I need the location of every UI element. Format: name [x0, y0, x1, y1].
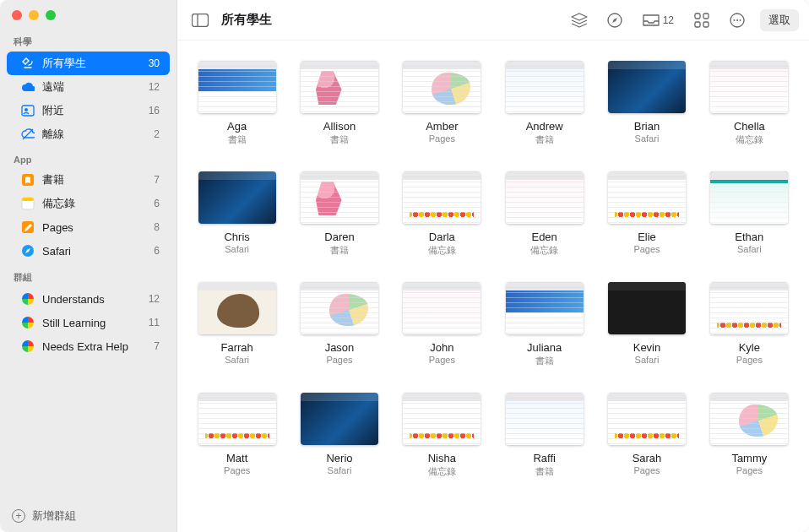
- student-tile[interactable]: Kyle Pages: [710, 282, 789, 367]
- sidebar-item-離線[interactable]: 離線 2: [7, 122, 170, 146]
- student-name: Eden: [531, 231, 557, 243]
- student-tile[interactable]: Amber Pages: [403, 61, 481, 146]
- inbox-button[interactable]: 12: [638, 8, 679, 32]
- student-name: Matt: [226, 452, 247, 464]
- pages-icon: [20, 220, 35, 235]
- screen-thumbnail: [198, 393, 276, 445]
- student-name: Raffi: [533, 452, 556, 464]
- inbox-count: 12: [663, 14, 674, 26]
- student-tile[interactable]: Sarah Pages: [607, 393, 686, 478]
- student-tile[interactable]: John Pages: [403, 282, 481, 367]
- student-tile[interactable]: Farrah Safari: [198, 282, 276, 367]
- student-name: Darla: [429, 231, 455, 243]
- student-tile[interactable]: Jason Pages: [300, 282, 378, 367]
- books-icon: [20, 172, 35, 187]
- page-title: 所有學生: [221, 12, 272, 28]
- student-tile[interactable]: Chris Safari: [198, 171, 276, 257]
- student-tile[interactable]: Darla 備忘錄: [403, 171, 481, 257]
- zoom-window-button[interactable]: [46, 10, 56, 20]
- student-app: 書籍: [330, 133, 349, 146]
- student-name: Sarah: [633, 452, 662, 464]
- sidebar-item-still-learning[interactable]: Still Learning 11: [7, 311, 170, 334]
- screen-thumbnail: [506, 61, 584, 113]
- sidebar-item-label: Safari: [42, 245, 147, 258]
- student-tile[interactable]: Kevin Safari: [607, 282, 686, 367]
- sidebar-item-label: Pages: [42, 221, 147, 234]
- student-tile[interactable]: Allison 書籍: [300, 61, 378, 146]
- student-tile[interactable]: Nerio Safari: [300, 393, 378, 478]
- layers-button[interactable]: [567, 8, 592, 32]
- student-tile[interactable]: Elie Pages: [607, 171, 686, 257]
- sidebar-toggle-button[interactable]: [187, 8, 213, 32]
- add-group-label: 新增群組: [32, 508, 76, 524]
- toolbar: 所有學生 12 選取: [177, 0, 809, 41]
- screen-thumbnail: [301, 282, 378, 334]
- sidebar-item-label: 遠端: [42, 79, 142, 95]
- screen-thumbnail: [710, 393, 788, 445]
- grid-view-button[interactable]: [689, 8, 714, 32]
- student-tile[interactable]: Andrew 書籍: [505, 61, 584, 146]
- sidebar-item-備忘錄[interactable]: 備忘錄 6: [7, 192, 170, 215]
- ellipsis-circle-icon: [730, 13, 745, 28]
- sidebar-item-understands[interactable]: Understands 12: [7, 287, 170, 311]
- group-icon: [20, 339, 35, 354]
- screen-thumbnail: [710, 61, 788, 113]
- student-name: Daren: [324, 231, 354, 243]
- group-icon: [20, 291, 35, 307]
- student-name: Tammy: [731, 452, 767, 464]
- minimize-window-button[interactable]: [29, 10, 39, 20]
- sidebar-item-label: 書籍: [42, 172, 147, 187]
- sidebar-item-safari[interactable]: Safari 6: [7, 239, 170, 263]
- student-app: Safari: [635, 133, 660, 144]
- sidebar-item-count: 2: [154, 128, 160, 140]
- tray-icon: [643, 14, 660, 26]
- student-app: Pages: [736, 465, 763, 475]
- student-tile[interactable]: Juliana 書籍: [505, 282, 584, 367]
- svg-point-1: [24, 108, 28, 111]
- more-button[interactable]: [725, 8, 750, 32]
- student-tile[interactable]: Raffi 書籍: [505, 393, 584, 478]
- sidebar-item-needs-extra-help[interactable]: Needs Extra Help 7: [7, 334, 170, 358]
- select-mode-button[interactable]: 選取: [760, 9, 799, 31]
- student-app: Pages: [633, 465, 660, 475]
- student-tile[interactable]: Nisha 備忘錄: [403, 393, 481, 478]
- student-app: Safari: [225, 355, 249, 365]
- student-tile[interactable]: Matt Pages: [198, 393, 276, 478]
- screen-thumbnail: [198, 171, 276, 224]
- student-tile[interactable]: Ethan Safari: [710, 171, 789, 257]
- sidebar-item-count: 12: [149, 293, 160, 305]
- student-tile[interactable]: Daren 書籍: [300, 171, 378, 257]
- group-icon: [20, 315, 35, 330]
- sidebar-item-所有學生[interactable]: 所有學生 30: [7, 52, 170, 75]
- student-tile[interactable]: Tammy Pages: [710, 393, 789, 478]
- student-name: Chella: [734, 120, 765, 133]
- student-name: Nerio: [326, 452, 352, 464]
- screen-thumbnail: [301, 61, 378, 113]
- student-name: Andrew: [526, 120, 563, 133]
- navigate-button[interactable]: [602, 8, 627, 32]
- student-tile[interactable]: Chella 備忘錄: [710, 61, 789, 146]
- student-app: 書籍: [535, 465, 554, 478]
- student-app: 備忘錄: [428, 244, 456, 257]
- close-window-button[interactable]: [12, 10, 22, 20]
- grid-icon: [694, 13, 709, 28]
- screen-thumbnail: [608, 393, 686, 445]
- sidebar-item-附近[interactable]: 附近 16: [7, 99, 170, 122]
- stack-icon: [571, 13, 588, 28]
- sidebar-item-count: 7: [154, 174, 160, 186]
- sidebar-item-label: 附近: [42, 103, 142, 118]
- svg-point-16: [734, 19, 736, 21]
- sidebar-item-pages[interactable]: Pages 8: [7, 215, 170, 239]
- add-group-button[interactable]: + 新增群組: [0, 500, 176, 532]
- sidebar-item-count: 30: [149, 57, 160, 69]
- student-app: 書籍: [330, 244, 349, 257]
- screen-thumbnail: [710, 282, 788, 334]
- student-app: Safari: [737, 244, 762, 254]
- student-tile[interactable]: Eden 備忘錄: [505, 171, 584, 257]
- student-tile[interactable]: Brian Safari: [607, 61, 686, 146]
- student-tile[interactable]: Aga 書籍: [198, 61, 276, 146]
- sidebar-item-遠端[interactable]: 遠端 12: [7, 75, 170, 99]
- screen-thumbnail: [301, 171, 378, 224]
- screen-thumbnail: [198, 282, 276, 334]
- sidebar-item-書籍[interactable]: 書籍 7: [7, 168, 170, 192]
